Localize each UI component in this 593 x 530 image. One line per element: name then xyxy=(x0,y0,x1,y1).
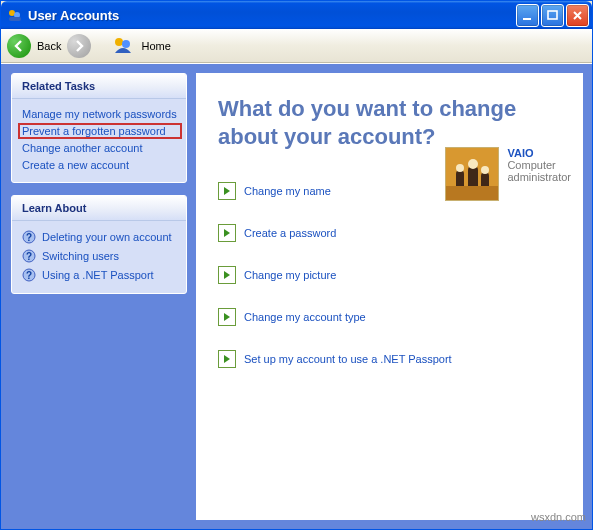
app-icon xyxy=(7,7,23,23)
maximize-button[interactable] xyxy=(541,4,564,27)
svg-rect-14 xyxy=(446,186,498,200)
titlebar[interactable]: User Accounts xyxy=(1,1,592,29)
arrow-icon xyxy=(218,308,236,326)
back-label[interactable]: Back xyxy=(37,40,61,52)
home-icon[interactable] xyxy=(113,36,135,56)
action-create-password[interactable]: Create a password xyxy=(218,224,336,242)
learn-about-panel: Learn About ? Deleting your own account … xyxy=(11,195,187,294)
toolbar: Back Home xyxy=(1,29,592,63)
help-icon: ? xyxy=(22,230,36,244)
user-role-line1: Computer xyxy=(507,159,571,171)
svg-rect-3 xyxy=(523,18,531,20)
help-icon: ? xyxy=(22,249,36,263)
learn-item-switching[interactable]: ? Switching users xyxy=(18,247,182,265)
sidebar-item-prevent-forgotten[interactable]: Prevent a forgotten password xyxy=(18,123,182,139)
arrow-icon xyxy=(218,224,236,242)
sidebar: Related Tasks Manage my network password… xyxy=(11,73,187,520)
sidebar-item-change-another[interactable]: Change another account xyxy=(18,140,182,156)
content-area: Related Tasks Manage my network password… xyxy=(1,63,592,529)
action-change-type[interactable]: Change my account type xyxy=(218,308,366,326)
window-title: User Accounts xyxy=(28,8,516,23)
close-button[interactable] xyxy=(566,4,589,27)
window: User Accounts Back Home Related Tasks Ma… xyxy=(0,0,593,530)
watermark: wsxdn.com xyxy=(531,511,586,523)
user-name: VAIO xyxy=(507,147,571,159)
related-tasks-panel: Related Tasks Manage my network password… xyxy=(11,73,187,183)
svg-point-6 xyxy=(122,40,130,48)
svg-text:?: ? xyxy=(26,232,32,243)
action-change-name[interactable]: Change my name xyxy=(218,182,331,200)
svg-rect-4 xyxy=(548,11,557,19)
svg-point-17 xyxy=(481,166,489,174)
arrow-icon xyxy=(218,266,236,284)
help-icon: ? xyxy=(22,268,36,282)
svg-rect-2 xyxy=(9,17,21,21)
sidebar-item-create-account[interactable]: Create a new account xyxy=(18,157,182,173)
forward-button[interactable] xyxy=(67,34,91,58)
user-role-line2: administrator xyxy=(507,171,571,183)
svg-point-5 xyxy=(115,38,123,46)
arrow-icon xyxy=(218,182,236,200)
action-change-picture[interactable]: Change my picture xyxy=(218,266,336,284)
main-panel: What do you want to change about your ac… xyxy=(196,73,583,520)
svg-point-16 xyxy=(468,159,478,169)
action-net-passport[interactable]: Set up my account to use a .NET Passport xyxy=(218,350,452,368)
home-label[interactable]: Home xyxy=(141,40,170,52)
avatar[interactable] xyxy=(445,147,499,201)
back-button[interactable] xyxy=(7,34,31,58)
minimize-button[interactable] xyxy=(516,4,539,27)
arrow-icon xyxy=(218,350,236,368)
svg-point-15 xyxy=(456,164,464,172)
svg-text:?: ? xyxy=(26,270,32,281)
related-tasks-header: Related Tasks xyxy=(12,74,186,99)
learn-item-deleting[interactable]: ? Deleting your own account xyxy=(18,228,182,246)
learn-about-header: Learn About xyxy=(12,196,186,221)
user-block: VAIO Computer administrator xyxy=(445,147,571,201)
sidebar-item-manage-passwords[interactable]: Manage my network passwords xyxy=(18,106,182,122)
svg-text:?: ? xyxy=(26,251,32,262)
page-title: What do you want to change about your ac… xyxy=(218,95,565,150)
learn-item-passport[interactable]: ? Using a .NET Passport xyxy=(18,266,182,284)
